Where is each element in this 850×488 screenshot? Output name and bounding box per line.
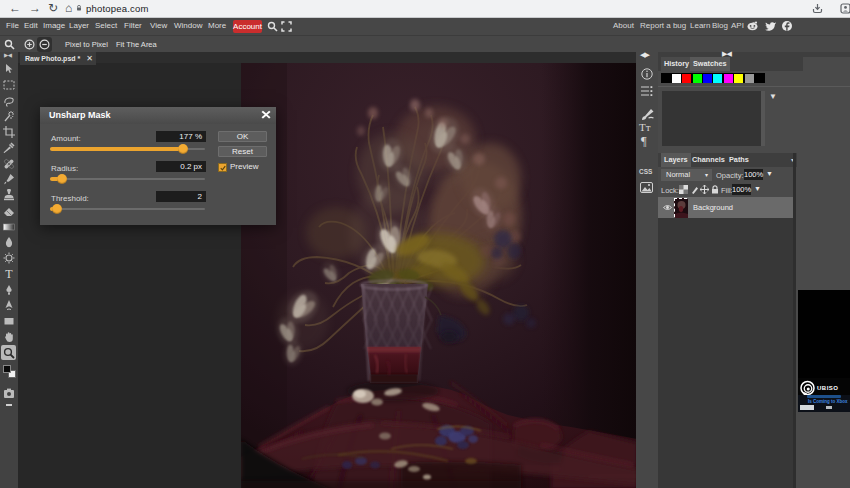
- svg-text:T: T: [5, 268, 13, 280]
